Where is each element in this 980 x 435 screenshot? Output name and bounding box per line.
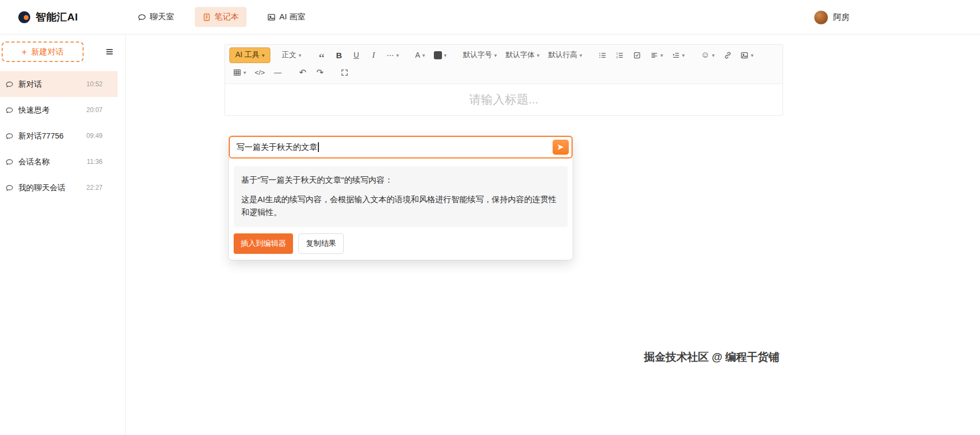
chevron-down-icon: ▾ bbox=[580, 52, 582, 58]
chat-bubble-icon bbox=[5, 184, 13, 192]
chat-bubble-icon bbox=[5, 132, 13, 140]
ordered-list-icon: 12 bbox=[616, 51, 624, 59]
chevron-down-icon: ▾ bbox=[298, 52, 301, 58]
sidebar-collapse-icon[interactable]: ≡ bbox=[106, 45, 113, 58]
nav-item-notebook[interactable]: 笔记本 bbox=[195, 7, 247, 27]
conversation-item[interactable]: 我的聊天会话 22:27 bbox=[0, 175, 118, 201]
paragraph-style-label: 正文 bbox=[282, 50, 296, 60]
indent-dropdown[interactable]: ▾ bbox=[668, 47, 689, 63]
top-navbar: 智能汇AI 聊天室 笔记本 AI 画室 阿房 bbox=[0, 0, 980, 34]
paragraph-style-dropdown[interactable]: 正文 ▾ bbox=[278, 47, 305, 63]
blockquote-button[interactable]: “ bbox=[314, 47, 330, 63]
conversation-list: 新对话 10:52 快速思考 20:07 新对话77756 09:49 会话名称… bbox=[0, 71, 125, 201]
undo-button[interactable]: ↶ bbox=[295, 64, 311, 80]
chevron-down-icon: ▾ bbox=[262, 52, 264, 58]
link-button[interactable] bbox=[719, 47, 736, 63]
plus-icon: + bbox=[22, 47, 27, 57]
table-dropdown[interactable]: ▾ bbox=[229, 64, 250, 80]
horizontal-rule-icon: — bbox=[274, 68, 282, 77]
chevron-down-icon: ▾ bbox=[444, 52, 447, 58]
svg-text:2: 2 bbox=[616, 56, 618, 59]
nav-item-chatroom[interactable]: 聊天室 bbox=[130, 7, 182, 27]
editor-area: AI 工具 ▾ 正文 ▾ “ B U I bbox=[224, 44, 783, 116]
app-logo: 智能汇AI bbox=[18, 10, 78, 24]
emoji-icon: ☺ bbox=[701, 50, 710, 60]
chevron-down-icon: ▾ bbox=[423, 52, 425, 58]
main-nav: 聊天室 笔记本 AI 画室 bbox=[130, 7, 313, 27]
bullet-list-button[interactable] bbox=[595, 47, 611, 63]
conversation-time: 22:27 bbox=[86, 184, 103, 191]
user-avatar[interactable] bbox=[814, 10, 828, 25]
conversation-item[interactable]: 新对话 10:52 bbox=[0, 71, 118, 97]
watermark-text: 掘金技术社区 @ 编程干货铺 bbox=[644, 350, 779, 364]
chevron-down-icon: ▾ bbox=[537, 52, 540, 58]
conversation-time: 09:49 bbox=[86, 132, 103, 140]
chevron-down-icon: ▾ bbox=[494, 52, 497, 58]
align-dropdown[interactable]: ▾ bbox=[646, 47, 667, 63]
underline-icon: U bbox=[353, 51, 359, 59]
user-account[interactable]: 阿房 bbox=[814, 0, 849, 34]
font-color-dropdown[interactable]: A ▾ bbox=[411, 47, 428, 63]
send-button[interactable] bbox=[553, 140, 569, 155]
undo-icon: ↶ bbox=[299, 67, 306, 78]
bold-button[interactable]: B bbox=[331, 47, 347, 63]
conversation-item[interactable]: 会话名称 11:36 bbox=[0, 149, 118, 175]
chevron-down-icon: ▾ bbox=[243, 70, 246, 75]
line-height-dropdown[interactable]: 默认行高 ▾ bbox=[545, 47, 586, 63]
bullet-list-icon bbox=[598, 51, 607, 59]
gallery-icon bbox=[267, 13, 276, 22]
nav-item-label: 笔记本 bbox=[215, 12, 239, 22]
insert-to-editor-button[interactable]: 插入到编辑器 bbox=[234, 233, 293, 254]
copy-result-button[interactable]: 复制结果 bbox=[298, 233, 344, 254]
nav-item-ai-studio[interactable]: AI 画室 bbox=[260, 7, 313, 27]
more-styles-dropdown[interactable]: ⋯ ▾ bbox=[383, 47, 403, 63]
fullscreen-button[interactable] bbox=[337, 64, 353, 80]
underline-button[interactable]: U bbox=[348, 47, 364, 63]
user-name: 阿房 bbox=[833, 12, 849, 23]
editor-toolbar: AI 工具 ▾ 正文 ▾ “ B U I bbox=[225, 45, 782, 84]
redo-button[interactable]: ↷ bbox=[312, 64, 328, 80]
background-color-dropdown[interactable]: ▾ bbox=[430, 47, 451, 63]
ai-writing-panel: 写一篇关于秋天的文章 基于"写一篇关于秋天的文章"的续写内容： 这是AI生成的续… bbox=[229, 136, 573, 260]
logo-icon bbox=[18, 11, 30, 23]
conversation-time: 11:36 bbox=[87, 158, 103, 165]
ordered-list-button[interactable]: 12 bbox=[612, 47, 628, 63]
todo-list-button[interactable] bbox=[629, 47, 645, 63]
new-chat-button[interactable]: + 新建对话 bbox=[2, 42, 84, 62]
chevron-down-icon: ▾ bbox=[712, 52, 714, 58]
divider-button[interactable]: — bbox=[270, 64, 286, 80]
align-icon bbox=[650, 51, 658, 59]
ai-actions-row: 插入到编辑器 复制结果 bbox=[234, 233, 568, 254]
title-input[interactable]: 请输入标题... bbox=[225, 84, 782, 115]
conversation-time: 10:52 bbox=[86, 80, 103, 88]
chevron-down-icon: ▾ bbox=[751, 52, 753, 58]
chevron-down-icon: ▾ bbox=[661, 52, 663, 58]
font-size-dropdown[interactable]: 默认字号 ▾ bbox=[459, 47, 501, 63]
conversation-title: 会话名称 bbox=[18, 157, 82, 167]
background-color-icon bbox=[434, 51, 442, 59]
font-family-dropdown[interactable]: 默认字体 ▾ bbox=[502, 47, 543, 63]
chat-bubble-icon bbox=[5, 80, 13, 88]
conversation-sidebar: + 新建对话 ≡ 新对话 10:52 快速思考 20:07 新对话77756 0… bbox=[0, 34, 126, 435]
sidebar-header: + 新建对话 ≡ bbox=[0, 34, 125, 69]
conversation-item[interactable]: 快速思考 20:07 bbox=[0, 97, 118, 123]
app-title: 智能汇AI bbox=[36, 10, 78, 24]
title-placeholder: 请输入标题... bbox=[469, 92, 538, 108]
code-block-button[interactable]: </> bbox=[251, 64, 269, 80]
toolbar-row-2: ▾ </> — ↶ ↷ bbox=[229, 64, 778, 80]
chat-bubble-icon bbox=[138, 13, 146, 22]
emoji-dropdown[interactable]: ☺ ▾ bbox=[697, 47, 718, 63]
ai-result-box: 基于"写一篇关于秋天的文章"的续写内容： 这是AI生成的续写内容，会根据输入文本… bbox=[234, 166, 568, 227]
ai-prompt-input[interactable]: 写一篇关于秋天的文章 bbox=[229, 136, 573, 158]
ai-tools-button[interactable]: AI 工具 ▾ bbox=[229, 47, 270, 63]
ai-tools-label: AI 工具 bbox=[235, 50, 260, 60]
link-icon bbox=[724, 51, 732, 59]
chevron-down-icon: ▾ bbox=[396, 52, 399, 58]
nav-item-label: 聊天室 bbox=[150, 12, 174, 22]
bold-icon: B bbox=[336, 51, 342, 60]
italic-button[interactable]: I bbox=[365, 47, 382, 63]
conversation-item[interactable]: 新对话77756 09:49 bbox=[0, 123, 118, 149]
conversation-title: 新对话77756 bbox=[18, 131, 81, 141]
image-dropdown[interactable]: ▾ bbox=[737, 47, 757, 63]
notebook-icon bbox=[202, 13, 211, 22]
